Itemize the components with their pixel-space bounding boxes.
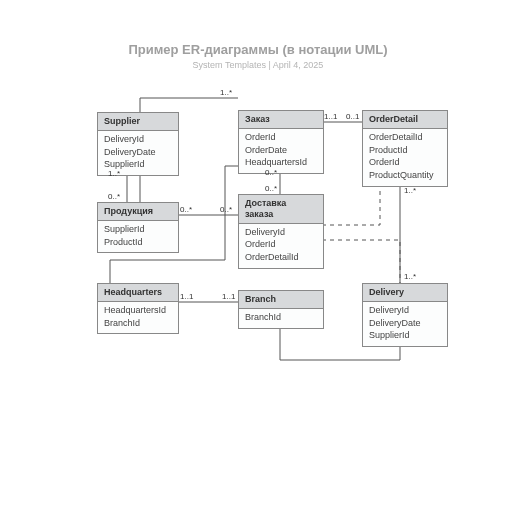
mult-label: 0..* <box>220 205 232 214</box>
mult-label: 1..1 <box>222 292 235 301</box>
entity-branch-header: Branch <box>239 291 323 309</box>
mult-label: 1..* <box>220 88 232 97</box>
mult-label: 1..1 <box>180 292 193 301</box>
mult-label: 0..* <box>265 184 277 193</box>
mult-label: 0..1 <box>346 112 359 121</box>
entity-attr: SupplierId <box>369 329 441 342</box>
entity-delivery-header: Delivery <box>363 284 447 302</box>
entity-attr: DeliveryId <box>369 304 441 317</box>
mult-label: 1..* <box>404 186 416 195</box>
entity-attr: DeliveryDate <box>369 317 441 330</box>
mult-label: 1..1 <box>324 112 337 121</box>
entity-attr: DeliveryDate <box>104 146 172 159</box>
entity-order: Заказ OrderId OrderDate HeadquartersId <box>238 110 324 174</box>
entity-hq: Headquarters HeadquartersId BranchId <box>97 283 179 334</box>
entity-order-header: Заказ <box>239 111 323 129</box>
mult-label: 1..* <box>108 169 120 178</box>
entity-attr: DeliveryId <box>245 226 317 239</box>
entity-order-detail-header: OrderDetail <box>363 111 447 129</box>
mult-label: 0..* <box>180 205 192 214</box>
entity-attr: OrderDate <box>245 144 317 157</box>
entity-hq-header: Headquarters <box>98 284 178 302</box>
entity-attr: DeliveryId <box>104 133 172 146</box>
mult-label: 1..* <box>404 272 416 281</box>
entity-attr: OrderId <box>369 156 441 169</box>
entity-attr: OrderId <box>245 131 317 144</box>
entity-attr: OrderId <box>245 238 317 251</box>
entity-attr: SupplierId <box>104 223 172 236</box>
entity-order-detail: OrderDetail OrderDetailId ProductId Orde… <box>362 110 448 187</box>
mult-label: 0..* <box>265 168 277 177</box>
entity-attr: OrderDetailId <box>245 251 317 264</box>
entity-attr: ProductId <box>369 144 441 157</box>
entity-order-delivery-header: Доставка заказа <box>239 195 323 224</box>
entity-branch: Branch BranchId <box>238 290 324 329</box>
entity-delivery: Delivery DeliveryId DeliveryDate Supplie… <box>362 283 448 347</box>
entity-product: Продукция SupplierId ProductId <box>97 202 179 253</box>
entity-attr: BranchId <box>245 311 317 324</box>
entity-attr: BranchId <box>104 317 172 330</box>
diagram-canvas: Supplier DeliveryId DeliveryDate Supplie… <box>0 0 516 516</box>
entity-attr: ProductId <box>104 236 172 249</box>
entity-supplier-header: Supplier <box>98 113 178 131</box>
entity-order-delivery: Доставка заказа DeliveryId OrderId Order… <box>238 194 324 269</box>
entity-supplier: Supplier DeliveryId DeliveryDate Supplie… <box>97 112 179 176</box>
entity-attr: OrderDetailId <box>369 131 441 144</box>
entity-product-header: Продукция <box>98 203 178 221</box>
entity-attr: HeadquartersId <box>104 304 172 317</box>
entity-attr: HeadquartersId <box>245 156 317 169</box>
entity-attr: ProductQuantity <box>369 169 441 182</box>
mult-label: 0..* <box>108 192 120 201</box>
